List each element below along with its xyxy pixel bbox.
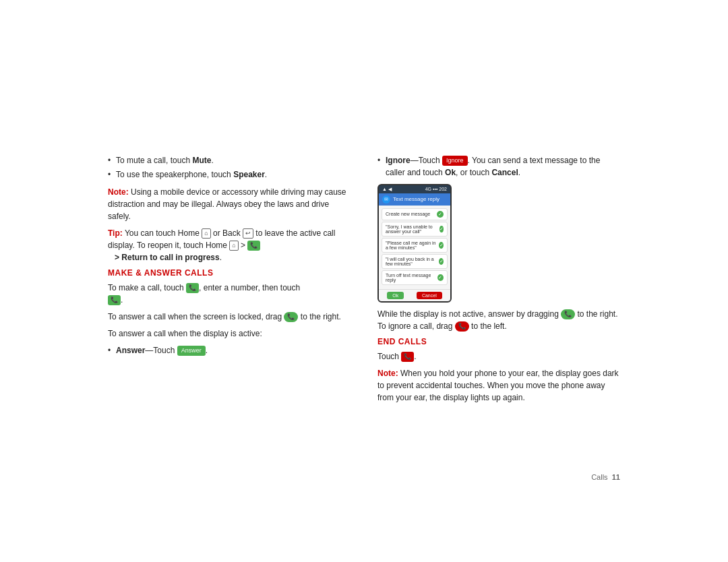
phone-screenshot: ▲ ◀ 4G ▪▪▪ 202 ✉ Text message reply Crea…: [377, 184, 452, 303]
end-calls-note: Note: When you hold your phone to your e…: [377, 367, 620, 404]
make-answer-section: MAKE & ANSWER CALLS To make a call, touc…: [108, 268, 351, 356]
end-calls-note-text: When you hold your phone to your ear, th…: [377, 369, 619, 402]
check-icon-3: ✓: [439, 258, 444, 265]
menu-item-0: Create new message ✓: [382, 208, 448, 220]
mute-bullet: To mute a call, touch Mute.: [108, 154, 351, 166]
phone-header-title: Text message reply: [393, 196, 439, 202]
mute-text: To mute a call, touch Mute.: [116, 156, 214, 165]
menu-item-3: "I will call you back in a few minutes" …: [382, 254, 448, 269]
home-icon: ⌂: [202, 228, 210, 239]
menu-item-2: "Please call me again in a few minutes" …: [382, 238, 448, 253]
phone-body: Create new message ✓ "Sorry, I was unabl…: [379, 206, 450, 289]
answer-locked-text: To answer a call when the screen is lock…: [108, 311, 351, 323]
drag-green-icon: 📞: [284, 312, 298, 323]
make-call-text: To make a call, touch 📞, enter a number,…: [108, 282, 351, 306]
speaker-bullet: To use the speakerphone, touch Speaker.: [108, 168, 351, 181]
footer-section: Calls: [591, 473, 607, 481]
end-calls-section: END CALLS Touch 📞. Note: When you hold y…: [377, 337, 620, 404]
answer-bullet-list: Answer—Touch Answer.: [108, 344, 351, 356]
drag-red-icon: 📞: [455, 321, 469, 332]
check-icon-0: ✓: [437, 211, 444, 218]
left-column: To mute a call, touch Mute. To use the s…: [108, 154, 351, 408]
right-column: Ignore—Touch Ignore. You can send a text…: [377, 154, 620, 408]
answer-bullet: Answer—Touch Answer.: [108, 344, 351, 356]
back-icon: ↩: [243, 228, 253, 239]
end-calls-heading: END CALLS: [377, 337, 620, 346]
status-icons: ▲ ◀: [382, 187, 392, 192]
speaker-text: To use the speakerphone, touch Speaker.: [116, 170, 267, 179]
drag-green-icon-2: 📞: [561, 309, 575, 320]
phone-cancel-btn: Cancel: [417, 292, 442, 299]
check-icon-2: ✓: [439, 242, 444, 249]
mute-speaker-bullets: To mute a call, touch Mute. To use the s…: [108, 154, 351, 181]
page-number: 11: [612, 473, 620, 481]
note-text: Using a mobile device or accessory while…: [108, 187, 346, 221]
make-answer-heading: MAKE & ANSWER CALLS: [108, 268, 351, 278]
ignore-bullets: Ignore—Touch Ignore. You can send a text…: [377, 154, 620, 179]
phone-ok-btn: Ok: [387, 292, 404, 299]
menu-item-4: Turn off text message reply ✓: [382, 270, 448, 285]
return-to-call-text: > Return to call in progress: [115, 253, 220, 262]
status-signal: 4G ▪▪▪ 202: [425, 187, 447, 191]
phone-icon: 📞: [247, 241, 260, 251]
tip-text: You can touch Home ⌂ or Back ↩ to leave …: [108, 228, 335, 250]
make-call-confirm-icon: 📞: [108, 295, 121, 306]
note-block: Note: Using a mobile device or accessory…: [108, 186, 351, 222]
page-content: To mute a call, touch Mute. To use the s…: [108, 141, 620, 422]
home-icon-2: ⌂: [229, 241, 238, 251]
make-call-phone-icon: 📞: [186, 283, 199, 294]
ignore-button-icon: Ignore: [442, 156, 468, 166]
ignore-bullet: Ignore—Touch Ignore. You can send a text…: [377, 154, 620, 179]
check-icon-1: ✓: [439, 226, 444, 232]
phone-footer: Ok Cancel: [379, 289, 450, 301]
answer-button-icon: Answer: [177, 346, 206, 356]
phone-status-bar: ▲ ◀ 4G ▪▪▪ 202: [379, 185, 450, 193]
tip-block: Tip: You can touch Home ⌂ or Back ↩ to l…: [108, 227, 351, 263]
check-icon-4: ✓: [437, 274, 444, 281]
phone-header-icon: ✉: [382, 195, 390, 204]
answer-active-text: To answer a call when the display is act…: [108, 327, 351, 340]
phone-header: ✉ Text message reply: [379, 193, 450, 206]
touch-end-text: Touch 📞.: [377, 350, 620, 363]
while-inactive-text: While the display is not active, answer …: [377, 308, 620, 332]
page-footer: Calls 11: [591, 473, 620, 481]
menu-item-1: "Sorry, I was unable to answer your call…: [382, 222, 448, 237]
end-call-icon: 📞: [401, 352, 414, 363]
